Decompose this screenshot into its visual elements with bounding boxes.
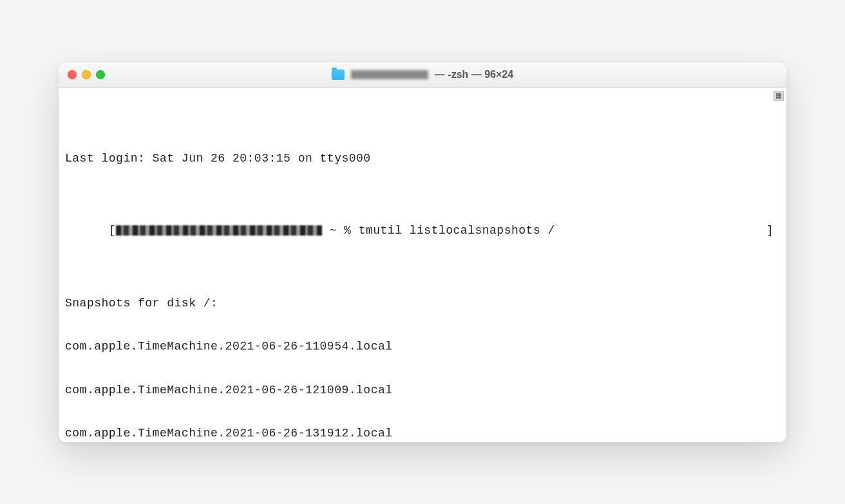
terminal-body[interactable]: Last login: Sat Jun 26 20:03:15 on ttys0…: [59, 88, 786, 442]
window-title: xxxxxxxxx — -zsh — 96×24: [332, 69, 513, 80]
last-login-line: Last login: Sat Jun 26 20:03:15 on ttys0…: [65, 151, 780, 166]
prompt-symbol: ~ %: [322, 224, 359, 237]
command-1: tmutil listlocalsnapshots /: [359, 224, 555, 237]
zoom-button[interactable]: [96, 70, 105, 79]
redacted-user-host: [116, 225, 322, 236]
title-suffix: — -zsh — 96×24: [435, 69, 513, 80]
redacted-path: xxxxxxxxx: [351, 70, 428, 79]
terminal-window: xxxxxxxxx — -zsh — 96×24 Last login: Sat…: [59, 62, 786, 442]
bracket-close: ]: [766, 223, 774, 238]
snapshot-line: com.apple.TimeMachine.2021-06-26-121009.…: [65, 383, 780, 398]
close-button[interactable]: [68, 70, 77, 79]
prompt-line-1: [ ~ % tmutil listlocalsnapshots /]: [65, 209, 780, 253]
minimize-button[interactable]: [82, 70, 91, 79]
snapshot-line: com.apple.TimeMachine.2021-06-26-131912.…: [65, 426, 780, 441]
snapshots-header: Snapshots for disk /:: [65, 296, 780, 311]
titlebar: xxxxxxxxx — -zsh — 96×24: [59, 62, 786, 88]
scroll-indicator-icon[interactable]: [774, 91, 784, 101]
snapshot-line: com.apple.TimeMachine.2021-06-26-110954.…: [65, 339, 780, 354]
traffic-lights: [59, 70, 105, 79]
bracket-open: [: [109, 224, 116, 237]
folder-icon: [332, 70, 345, 80]
